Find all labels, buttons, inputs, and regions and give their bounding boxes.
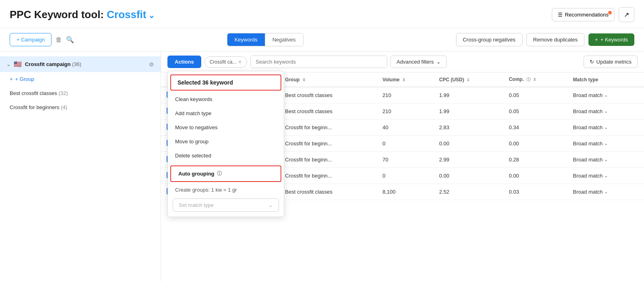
cell-match-type[interactable]: Broad match⌄ xyxy=(568,152,644,168)
cell-volume: 0 xyxy=(377,168,433,184)
match-type-label: Broad match xyxy=(573,173,603,179)
cell-volume: 0 xyxy=(377,136,433,152)
top-header: PPC Keyword tool: Crossfit⌄ ☰ Recommenda… xyxy=(0,0,644,28)
title-chevron-icon[interactable]: ⌄ xyxy=(148,11,155,20)
search-input[interactable] xyxy=(251,56,387,68)
export-icon: ↗ xyxy=(624,11,629,18)
dropdown-item-create-groups[interactable]: Create groups: 1 kw = 1 gr xyxy=(168,184,284,196)
sort-icon: ⇕ xyxy=(402,78,405,82)
add-keywords-button[interactable]: + + Keywords xyxy=(588,33,634,46)
remove-duplicates-button[interactable]: Remove duplicates xyxy=(526,33,585,46)
th-volume: Volume ⇕ xyxy=(377,72,433,87)
cell-group: Best crossfit classes xyxy=(279,184,377,200)
match-type-chevron-icon: ⌄ xyxy=(604,173,608,178)
match-type-label: Broad match xyxy=(573,140,603,147)
cell-cpc: 2.52 xyxy=(433,184,503,200)
cell-group: Crossfit for beginn... xyxy=(279,152,377,168)
cell-match-type[interactable]: Broad match⌄ xyxy=(568,103,644,120)
cross-group-negatives-button[interactable]: Cross-group negatives xyxy=(456,33,522,46)
sidebar-campaign-row[interactable]: ⌄ 🇺🇸 Crossfit campaign (36) ⚙ xyxy=(0,56,161,72)
cell-group: Crossfit for beginn... xyxy=(279,136,377,152)
th-match-type: Match type xyxy=(568,72,644,87)
set-match-type-select[interactable]: Set match type ⌄ xyxy=(173,198,279,212)
cell-comp: 0.05 xyxy=(503,103,567,120)
title-prefix: PPC Keyword tool: xyxy=(10,8,107,21)
sort-desc-icon: ⇓ xyxy=(466,78,470,82)
cell-cpc: 1.99 xyxy=(433,103,503,120)
match-type-label: Broad match xyxy=(573,124,603,130)
match-type-chevron-icon: ⌄ xyxy=(604,125,608,130)
delete-icon[interactable]: 🗑 xyxy=(56,36,62,43)
header-actions: ☰ Recommendations ↗ xyxy=(552,7,634,22)
actions-dropdown: Selected 36 keyword Clean keywords Add m… xyxy=(167,71,284,217)
sidebar-campaign-left: ⌄ 🇺🇸 Crossfit campaign (36) xyxy=(6,60,81,68)
cell-match-type[interactable]: Broad match⌄ xyxy=(568,136,644,152)
match-type-chevron-icon: ⌄ xyxy=(604,93,608,98)
table-area: Actions Crossfit ca... ✕ Advanced filter… xyxy=(161,52,644,281)
match-type-label: Broad match xyxy=(573,189,603,195)
cell-comp: 0.05 xyxy=(503,87,567,103)
toolbar-right: Cross-group negatives Remove duplicates … xyxy=(456,33,634,46)
cell-match-type[interactable]: Broad match⌄ xyxy=(568,120,644,136)
cell-volume: 210 xyxy=(377,103,433,120)
chevron-down-icon: ⌄ xyxy=(268,202,273,208)
match-type-chevron-icon: ⌄ xyxy=(604,109,608,114)
tab-negatives[interactable]: Negatives xyxy=(265,33,303,46)
search-icon[interactable]: 🔍 xyxy=(66,36,74,43)
refresh-icon: ↻ xyxy=(590,59,594,65)
campaign-filter-chip[interactable]: Crossfit ca... ✕ xyxy=(204,56,248,68)
add-group-button[interactable]: + + Group xyxy=(0,72,161,86)
info-sort-icon: ⓘ xyxy=(526,77,530,82)
cell-match-type[interactable]: Broad match⌄ xyxy=(568,87,644,103)
th-comp: Comp. ⓘ ⇕ xyxy=(503,72,567,87)
recommendations-button[interactable]: ☰ Recommendations xyxy=(552,8,615,21)
toolbar-left: + Campaign 🗑 🔍 xyxy=(10,33,74,46)
cell-group: Crossfit for beginn... xyxy=(279,120,377,136)
add-campaign-button[interactable]: + Campaign xyxy=(10,33,52,46)
sort-icon: ⇕ xyxy=(533,77,536,82)
dropdown-item-clean[interactable]: Clean keywords xyxy=(168,92,284,106)
gear-icon[interactable]: ⚙ xyxy=(149,61,154,68)
cell-group: Best crossfit classes xyxy=(279,87,377,103)
recommendations-label: Recommendations xyxy=(565,12,609,18)
actions-button[interactable]: Actions xyxy=(167,56,201,68)
match-type-label: Broad match xyxy=(573,108,603,114)
match-type-chevron-icon: ⌄ xyxy=(604,189,608,194)
cell-volume: 210 xyxy=(377,87,433,103)
dropdown-selected-header: Selected 36 keyword xyxy=(170,74,281,91)
tabs-group: Keywords Negatives xyxy=(227,33,303,46)
cell-comp: 0.00 xyxy=(503,136,567,152)
dropdown-item-add-match[interactable]: Add match type xyxy=(168,106,284,120)
title-accent: Crossfit xyxy=(107,8,146,21)
cell-volume: 8,100 xyxy=(377,184,433,200)
cell-volume: 70 xyxy=(377,152,433,168)
plus-icon: + xyxy=(10,76,13,82)
dropdown-item-move-negatives[interactable]: Move to negatives xyxy=(168,120,284,134)
dropdown-item-delete[interactable]: Delete selected xyxy=(168,149,284,163)
sidebar-item-crossfit-beginners[interactable]: Crossfit for beginners (4) xyxy=(0,100,161,114)
export-button[interactable]: ↗ xyxy=(619,7,634,22)
auto-grouping-header: Auto grouping ⓘ xyxy=(170,165,281,182)
chevron-down-icon: ⌄ xyxy=(436,59,441,65)
toolbar-row: + Campaign 🗑 🔍 Keywords Negatives Cross-… xyxy=(0,28,644,52)
info-icon: ⓘ xyxy=(217,170,222,177)
cell-volume: 40 xyxy=(377,120,433,136)
cell-cpc: 1.99 xyxy=(433,87,503,103)
advanced-filters-button[interactable]: Advanced filters ⌄ xyxy=(390,56,447,68)
match-type-label: Broad match xyxy=(573,157,603,163)
plus-icon: + xyxy=(595,37,598,43)
dropdown-item-move-group[interactable]: Move to group xyxy=(168,134,284,149)
cell-match-type[interactable]: Broad match⌄ xyxy=(568,184,644,200)
update-metrics-button[interactable]: ↻ Update metrics xyxy=(584,56,638,68)
actions-bar: Actions Crossfit ca... ✕ Advanced filter… xyxy=(161,52,644,72)
tab-keywords[interactable]: Keywords xyxy=(227,33,265,46)
sidebar-item-best-crossfit[interactable]: Best crossfit classes (32) xyxy=(0,86,161,100)
notification-dot xyxy=(608,11,612,14)
th-group: Group ⇕ xyxy=(279,72,377,87)
chevron-down-icon: ⌄ xyxy=(6,62,10,67)
main-content: ⌄ 🇺🇸 Crossfit campaign (36) ⚙ + + Group … xyxy=(0,52,644,281)
campaign-name: Crossfit campaign (36) xyxy=(25,61,81,67)
recommendations-icon: ☰ xyxy=(558,12,563,18)
th-cpc: CPC (USD) ⇓ xyxy=(433,72,503,87)
cell-match-type[interactable]: Broad match⌄ xyxy=(568,168,644,184)
